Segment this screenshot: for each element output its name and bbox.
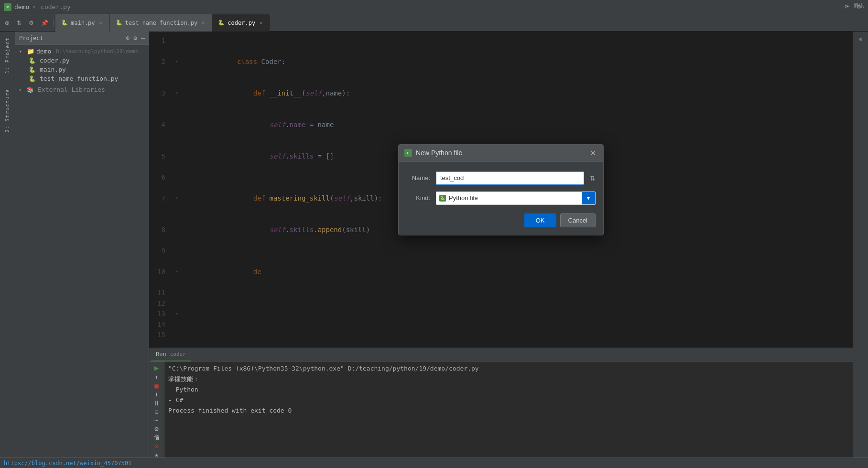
run-more-button[interactable]: ⋯ xyxy=(151,416,163,424)
tree-ext-libs-label: External Libraries xyxy=(38,86,105,93)
dialog-sort-icon[interactable]: ⇅ xyxy=(590,174,596,182)
run-trash-button[interactable]: 🗑 xyxy=(151,434,163,441)
dialog-cancel-button[interactable]: Cancel xyxy=(560,213,596,227)
tab-coder-py-label: coder.py xyxy=(228,20,255,26)
project-icon: P xyxy=(4,3,11,11)
tab-test-name-function[interactable]: 🐍 test_name_function.py ✕ xyxy=(110,14,213,32)
tab-main-py-icon: 🐍 xyxy=(61,20,68,26)
toolbar-sync-icon[interactable]: ⟳ xyxy=(842,3,852,11)
toolbar-pin-icon[interactable]: 📌 xyxy=(38,19,51,27)
dialog-title-text: New Python file xyxy=(416,149,584,157)
tab-bar: ⊕ ⇅ ⚙ 📌 🐍 main.py ✕ 🐍 test_name_function… xyxy=(0,14,868,32)
dialog-buttons: OK Cancel xyxy=(406,212,596,227)
dialog-name-input[interactable] xyxy=(436,171,584,185)
dialog-name-label: Name: xyxy=(406,174,430,181)
main-content: 1: Project 2: Structure Project ⊕ ⚙ — ▾ … xyxy=(0,32,868,457)
run-output-exit: Process finished with exit code 0 xyxy=(168,405,849,416)
bottom-tabs: Run coder xyxy=(149,348,853,362)
dialog-ok-button[interactable]: OK xyxy=(524,213,556,227)
svg-text:P: P xyxy=(407,151,409,155)
status-bar: https://blog.csdn.net/weixin_45707501 xyxy=(0,457,868,468)
tab-main-py[interactable]: 🐍 main.py ✕ xyxy=(55,14,110,32)
project-panel-new-icon[interactable]: ⊕ xyxy=(126,34,130,42)
run-list-button[interactable]: ≡ xyxy=(151,408,163,415)
run-output-heading: 掌握技能： xyxy=(168,374,849,384)
editor-column: 1 2 ▾ class Coder: 3 xyxy=(149,32,853,457)
tree-root-label: demo xyxy=(36,48,51,55)
tree-file-coder[interactable]: 🐍 coder.py xyxy=(15,56,149,65)
left-sidebar: 1: Project 2: Structure xyxy=(0,32,15,457)
tree-root-demo[interactable]: ▾ 📁 demo D:\teaching\python\19\demo xyxy=(15,47,149,56)
tree-main-py-label: main.py xyxy=(40,66,66,73)
project-panel-header: Project ⊕ ⚙ — xyxy=(15,32,149,45)
right-sidebar: ⚙ xyxy=(853,32,868,457)
run-down-button[interactable]: ⬇ xyxy=(151,391,163,398)
bottom-content: "C:\Program Files (x86)\Python35-32\pyth… xyxy=(164,362,853,457)
dialog-kind-field: Kind: 🐍 Python file ▾ xyxy=(406,191,596,205)
dialog-kind-dropdown-btn[interactable]: ▾ xyxy=(582,192,595,204)
run-stop-button[interactable]: ■ xyxy=(151,382,163,390)
dialog-kind-py-badge: 🐍 xyxy=(439,195,446,202)
project-panel-collapse-icon[interactable]: — xyxy=(141,34,145,42)
bottom-main: ▶ ⬆ ■ ⬇ ⏸ ≡ ⋯ ⚙ 🗑 ✕ ★ ⤢ xyxy=(149,362,853,457)
title-bar-left: P demo ▾ coder.py xyxy=(4,3,71,11)
dialog-close-button[interactable]: ✕ xyxy=(588,148,597,158)
dialog-name-field: Name: ⇅ xyxy=(406,171,596,185)
tree-ext-libs-icon: 📚 xyxy=(27,86,34,93)
tab-coder-py-close[interactable]: ✕ xyxy=(258,20,264,26)
tree-coder-py-icon: 🐍 xyxy=(29,57,36,64)
sidebar-structure-label[interactable]: 2: Structure xyxy=(4,85,11,136)
svg-text:P: P xyxy=(6,5,9,10)
run-star-button[interactable]: ★ xyxy=(151,451,163,457)
tab-coder-py-icon: 🐍 xyxy=(218,20,225,26)
project-panel: Project ⊕ ⚙ — ▾ 📁 demo D:\teaching\pytho… xyxy=(15,32,149,457)
tree-root-folder-icon: 📁 xyxy=(27,48,34,55)
run-output-csharp: - C# xyxy=(168,395,849,405)
tab-test-py-label: test_name_function.py xyxy=(125,20,198,26)
bottom-tab-run[interactable]: Run coder xyxy=(151,348,191,362)
title-file-name: coder.py xyxy=(41,3,71,11)
project-panel-settings-icon[interactable]: ⚙ xyxy=(133,34,137,42)
run-x-button[interactable]: ✕ xyxy=(151,442,163,450)
status-link[interactable]: https://blog.csdn.net/weixin_45707501 xyxy=(4,460,131,467)
run-play-button[interactable]: ▶ xyxy=(151,363,163,372)
bottom-tab-run-name: coder xyxy=(170,351,186,357)
tab-test-py-close[interactable]: ✕ xyxy=(200,20,206,26)
dialog-kind-value: Python file xyxy=(446,194,582,202)
right-sidebar-btn-1[interactable]: ⚙ xyxy=(855,33,867,45)
dialog-kind-select-wrapper: 🐍 Python file ▾ xyxy=(436,191,596,205)
toolbar-gear-icon[interactable]: ⚙ xyxy=(26,19,37,27)
run-up-button[interactable]: ⬆ xyxy=(151,373,163,381)
project-panel-title: Project xyxy=(19,35,124,42)
sidebar-project-label[interactable]: 1: Project xyxy=(4,33,11,77)
tree-root-path: D:\teaching\python\19\demo xyxy=(56,48,138,54)
tab-test-py-icon: 🐍 xyxy=(116,20,122,26)
title-separator: ▾ xyxy=(32,3,36,11)
editor-area[interactable]: 1 2 ▾ class Coder: 3 xyxy=(149,32,853,348)
tencent-logo: 腾讯 xyxy=(854,2,864,9)
tree-ext-arrow: ▸ xyxy=(19,87,25,92)
project-tree: ▾ 📁 demo D:\teaching\python\19\demo 🐍 co… xyxy=(15,45,149,457)
tree-root-arrow: ▾ xyxy=(19,49,25,54)
tree-external-libs[interactable]: ▸ 📚 External Libraries xyxy=(15,85,149,94)
bottom-left-icons: ▶ ⬆ ■ ⬇ ⏸ ≡ ⋯ ⚙ 🗑 ✕ ★ ⤢ xyxy=(149,362,164,457)
tree-main-py-icon: 🐍 xyxy=(29,66,36,73)
dialog-kind-dropdown-icon: ▾ xyxy=(587,195,590,202)
title-bar: P demo ▾ coder.py ⟳ ⚙ 腾讯 xyxy=(0,0,868,14)
tab-main-py-close[interactable]: ✕ xyxy=(98,20,104,26)
toolbar-horizontal-split-icon[interactable]: ⇅ xyxy=(14,19,24,27)
dialog-titlebar: P New Python file ✕ xyxy=(399,145,603,162)
tree-test-py-label: test_name_function.py xyxy=(40,75,118,82)
new-python-file-dialog: P New Python file ✕ Name: ⇅ xyxy=(398,144,604,235)
run-pause-button[interactable]: ⏸ xyxy=(151,399,163,407)
tree-file-main[interactable]: 🐍 main.py xyxy=(15,65,149,74)
tab-coder-py[interactable]: 🐍 coder.py ✕ xyxy=(212,14,270,32)
toolbar-new-icon[interactable]: ⊕ xyxy=(2,19,12,27)
tree-file-test-name[interactable]: 🐍 test_name_function.py xyxy=(15,74,149,83)
dialog-kind-label: Kind: xyxy=(406,194,430,202)
run-gear-button[interactable]: ⚙ xyxy=(151,425,163,433)
bottom-panel: Run coder ▶ ⬆ ■ ⬇ ⏸ ≡ ⋯ ⚙ 🗑 xyxy=(149,348,853,457)
run-output-python: - Python xyxy=(168,384,849,395)
tree-coder-py-label: coder.py xyxy=(40,57,70,64)
tab-main-py-label: main.py xyxy=(71,20,95,26)
